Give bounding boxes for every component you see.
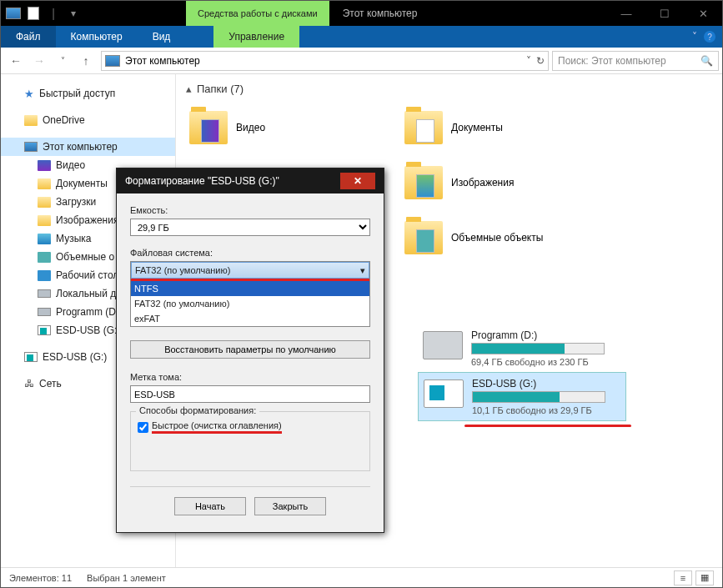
nav-thispc[interactable]: Этот компьютер bbox=[1, 138, 175, 156]
ribbon: Файл Компьютер Вид Управление ˅ ? bbox=[1, 26, 722, 48]
drive-name: Programm (D:) bbox=[471, 329, 621, 341]
usb-drive-icon bbox=[424, 379, 464, 408]
dialog-separator bbox=[130, 486, 370, 487]
dialog-title: Форматирование "ESD-USB (G:)" bbox=[125, 175, 279, 187]
folders-section-header[interactable]: ▴ Папки (7) bbox=[186, 83, 712, 95]
window-title: Этот компьютер bbox=[329, 1, 431, 26]
folder-icon bbox=[38, 215, 51, 226]
qat-dropdown[interactable]: ▾ bbox=[64, 4, 83, 23]
file-tab[interactable]: Файл bbox=[1, 26, 56, 48]
nav-onedrive[interactable]: OneDrive bbox=[1, 111, 175, 129]
maximize-button[interactable]: ☐ bbox=[645, 1, 684, 26]
drive-name: ESD-USB (G:) bbox=[472, 378, 620, 389]
ribbon-collapse-icon[interactable]: ˅ bbox=[692, 31, 697, 43]
folder-icon bbox=[189, 111, 228, 144]
address-bar-row: ← → ˅ ↑ Этот компьютер ˅ ↻ Поиск: Этот к… bbox=[1, 48, 722, 74]
folder-icon bbox=[24, 115, 38, 126]
monitor-icon bbox=[24, 142, 38, 152]
folder-icon bbox=[404, 221, 443, 254]
filesystem-selected: FAT32 (по умолчанию) bbox=[135, 265, 230, 275]
drive-free: 10,1 ГБ свободно из 29,9 ГБ bbox=[472, 405, 620, 415]
folder-label: Объемные объекты bbox=[451, 232, 543, 244]
qat-sep: | bbox=[44, 4, 63, 23]
folder-icon bbox=[404, 166, 443, 199]
search-box[interactable]: Поиск: Этот компьютер 🔍 bbox=[552, 51, 719, 71]
start-button[interactable]: Начать bbox=[174, 497, 246, 515]
folder-item-objects[interactable]: Объемные объекты bbox=[401, 212, 610, 264]
network-icon: 🖧 bbox=[24, 378, 34, 389]
ribbon-tab-manage[interactable]: Управление bbox=[213, 26, 299, 48]
fs-option-exfat[interactable]: exFAT bbox=[131, 311, 369, 326]
dropdown-icon: ▾ bbox=[360, 265, 365, 276]
folder-label: Изображения bbox=[451, 177, 514, 188]
usb-icon bbox=[24, 352, 38, 362]
search-icon[interactable]: 🔍 bbox=[700, 55, 713, 67]
status-selection: Выбран 1 элемент bbox=[87, 573, 166, 583]
capacity-select[interactable]: 29,9 ГБ bbox=[130, 219, 370, 236]
annotation-underline bbox=[464, 425, 631, 427]
cancel-button[interactable]: Закрыть bbox=[254, 497, 326, 515]
nav-quick-access[interactable]: ★Быстрый доступ bbox=[1, 84, 175, 103]
folder-item-images[interactable]: Изображения bbox=[401, 157, 610, 209]
fs-option-fat32[interactable]: FAT32 (по умолчанию) bbox=[131, 296, 369, 311]
folder-icon bbox=[38, 234, 51, 244]
drive-icon bbox=[38, 289, 51, 298]
dialog-close-button[interactable]: ✕ bbox=[340, 173, 375, 189]
capacity-bar bbox=[471, 343, 605, 354]
filesystem-combobox[interactable]: FAT32 (по умолчанию) ▾ NTFS FAT32 (по ум… bbox=[130, 261, 370, 327]
drive-item-esd-usb[interactable]: ESD-USB (G:) 10,1 ГБ свободно из 29,9 ГБ bbox=[418, 372, 626, 421]
ribbon-tab-computer[interactable]: Компьютер bbox=[56, 26, 138, 48]
drive-free: 69,4 ГБ свободно из 230 ГБ bbox=[471, 357, 621, 367]
view-details-icon[interactable]: ≡ bbox=[674, 570, 692, 585]
drive-icon bbox=[423, 331, 463, 359]
dialog-titlebar[interactable]: Форматирование "ESD-USB (G:)" ✕ bbox=[117, 168, 384, 193]
collapse-icon: ▴ bbox=[186, 83, 192, 95]
folder-label: Видео bbox=[236, 122, 265, 133]
folder-label: Документы bbox=[451, 122, 503, 133]
forward-button[interactable]: → bbox=[28, 51, 51, 71]
recent-button[interactable]: ˅ bbox=[51, 51, 74, 71]
drive-item-programm[interactable]: Programm (D:) 69,4 ГБ свободно из 230 ГБ bbox=[418, 324, 626, 372]
folder-item-documents[interactable]: Документы bbox=[401, 102, 610, 153]
contextual-tab-label: Средства работы с дисками bbox=[186, 1, 329, 26]
quick-format-label: Быстрое (очистка оглавления) bbox=[152, 420, 282, 434]
search-placeholder: Поиск: Этот компьютер bbox=[558, 55, 666, 67]
folder-icon bbox=[404, 111, 443, 144]
restore-defaults-button[interactable]: Восстановить параметры по умолчанию bbox=[130, 340, 370, 359]
thispc-icon bbox=[105, 55, 120, 67]
quick-access-toolbar: | ▾ bbox=[1, 1, 86, 26]
view-tiles-icon[interactable]: ▦ bbox=[695, 570, 714, 585]
capacity-bar bbox=[472, 391, 605, 403]
volume-label-label: Метка тома: bbox=[130, 372, 370, 382]
folder-icon bbox=[38, 197, 51, 208]
close-button[interactable]: ✕ bbox=[684, 1, 722, 26]
folder-icon bbox=[38, 178, 51, 189]
format-options-group: Способы форматирования: Быстрое (очистка… bbox=[130, 411, 370, 471]
usb-icon bbox=[38, 325, 51, 335]
fs-option-ntfs[interactable]: NTFS bbox=[131, 281, 369, 296]
system-icon[interactable] bbox=[4, 4, 23, 23]
quick-format-checkbox[interactable] bbox=[138, 422, 148, 433]
quick-format-row[interactable]: Быстрое (очистка оглавления) bbox=[138, 420, 363, 434]
folder-icon bbox=[38, 252, 51, 263]
explorer-window: | ▾ Средства работы с дисками Этот компь… bbox=[0, 0, 723, 588]
up-button[interactable]: ↑ bbox=[74, 51, 98, 71]
folder-item-video[interactable]: Видео bbox=[186, 102, 394, 153]
filesystem-label: Файловая система: bbox=[130, 248, 370, 258]
back-button[interactable]: ← bbox=[4, 51, 28, 71]
address-path: Этот компьютер bbox=[125, 55, 200, 67]
folder-icon bbox=[38, 160, 51, 171]
address-dropdown-icon[interactable]: ˅ bbox=[526, 55, 531, 67]
folder-icon bbox=[38, 270, 51, 281]
refresh-icon[interactable]: ↻ bbox=[536, 55, 545, 67]
address-bar[interactable]: Этот компьютер ˅ ↻ bbox=[101, 51, 549, 71]
qat-item[interactable] bbox=[24, 4, 43, 23]
volume-label-input[interactable] bbox=[130, 385, 370, 403]
drive-icon bbox=[38, 308, 51, 316]
ribbon-tab-view[interactable]: Вид bbox=[138, 26, 186, 48]
minimize-button[interactable]: — bbox=[607, 1, 645, 26]
status-count: Элементов: 11 bbox=[9, 573, 72, 583]
help-icon[interactable]: ? bbox=[704, 31, 715, 43]
window-controls: — ☐ ✕ bbox=[607, 1, 722, 26]
format-options-legend: Способы форматирования: bbox=[136, 405, 259, 415]
